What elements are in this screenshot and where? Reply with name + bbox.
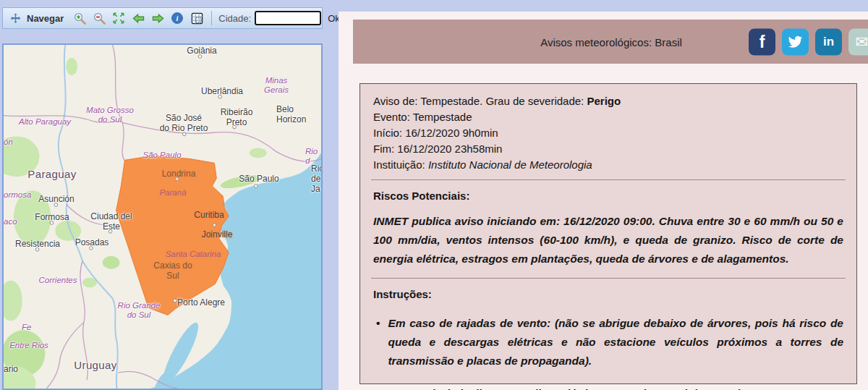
alert-type-text: Aviso de: Tempestade. Grau de severidade… xyxy=(373,95,587,107)
map-panel: Paraguay Uruguay Alto Paraguay Mato Gros… xyxy=(2,43,323,390)
navigate-label: Navegar xyxy=(27,13,64,24)
zoom-in-icon[interactable] xyxy=(72,10,88,26)
instruction-text: Em caso de rajadas de vento: (não se abr… xyxy=(388,314,843,370)
bullet-marker: • xyxy=(376,384,380,390)
section-divider xyxy=(371,179,846,180)
start-line: Início: 16/12/2020 9h0min xyxy=(373,125,843,141)
institution-line: Instituição: Instituto Nacional de Meteo… xyxy=(373,157,843,173)
instruction-item: •Em caso de rajadas de vento: (não se ab… xyxy=(376,314,843,370)
svg-text:i: i xyxy=(176,14,179,22)
event-line: Evento: Tempestade xyxy=(373,109,843,125)
content-area: Avisos meteorológicos: Brasil f in ✉ Avi… xyxy=(339,12,868,390)
toolbar-separator xyxy=(211,11,212,25)
instructions-title: Instruções: xyxy=(373,287,843,302)
info-icon[interactable]: i xyxy=(169,10,185,26)
instruction-item: •Se possível, desligue aparelhos elétric… xyxy=(376,384,843,390)
alert-type-line: Aviso de: Tempestade. Grau de severidade… xyxy=(373,93,843,109)
twitter-icon[interactable] xyxy=(782,28,809,55)
page: { "colors": { "alert_region": "#F6914A",… xyxy=(0,0,868,390)
risks-title: Riscos Potenciais: xyxy=(373,188,843,204)
city-input[interactable] xyxy=(255,11,321,25)
alert-panel: Aviso de: Tempestade. Grau de severidade… xyxy=(359,83,857,384)
bullet-marker: • xyxy=(376,314,380,370)
linkedin-icon[interactable]: in xyxy=(815,28,842,55)
grid-icon[interactable] xyxy=(189,10,205,26)
institution-name: Instituto Nacional de Meteorologia xyxy=(428,158,592,171)
zoom-out-icon[interactable] xyxy=(91,10,107,26)
facebook-icon[interactable]: f xyxy=(749,28,775,55)
instructions-list: •Em caso de rajadas de vento: (não se ab… xyxy=(376,314,843,390)
map-canvas[interactable]: Paraguay Uruguay Alto Paraguay Mato Gros… xyxy=(4,45,321,389)
instruction-text: Se possível, desligue aparelhos elétrico… xyxy=(388,384,749,390)
section-divider xyxy=(371,278,846,279)
map-graphics xyxy=(4,45,321,389)
header-bar: Avisos meteorológicos: Brasil f in ✉ xyxy=(353,20,868,64)
severity-badge: Perigo xyxy=(587,95,621,107)
zoom-extent-icon[interactable] xyxy=(111,10,127,26)
email-icon[interactable]: ✉ xyxy=(848,28,868,55)
pan-icon[interactable] xyxy=(7,10,23,26)
risks-text: INMET publica aviso iniciando em: 16/12/… xyxy=(373,212,843,268)
map-toolbar: Navegar i xyxy=(2,7,323,29)
end-line: Fim: 16/12/2020 23h58min xyxy=(373,141,843,157)
arrow-right-icon[interactable] xyxy=(150,10,166,26)
social-buttons: f in ✉ xyxy=(749,28,868,55)
institution-label: Instituição: xyxy=(373,158,428,171)
arrow-left-icon[interactable] xyxy=(130,10,146,26)
city-label: Cidade: xyxy=(218,13,251,24)
